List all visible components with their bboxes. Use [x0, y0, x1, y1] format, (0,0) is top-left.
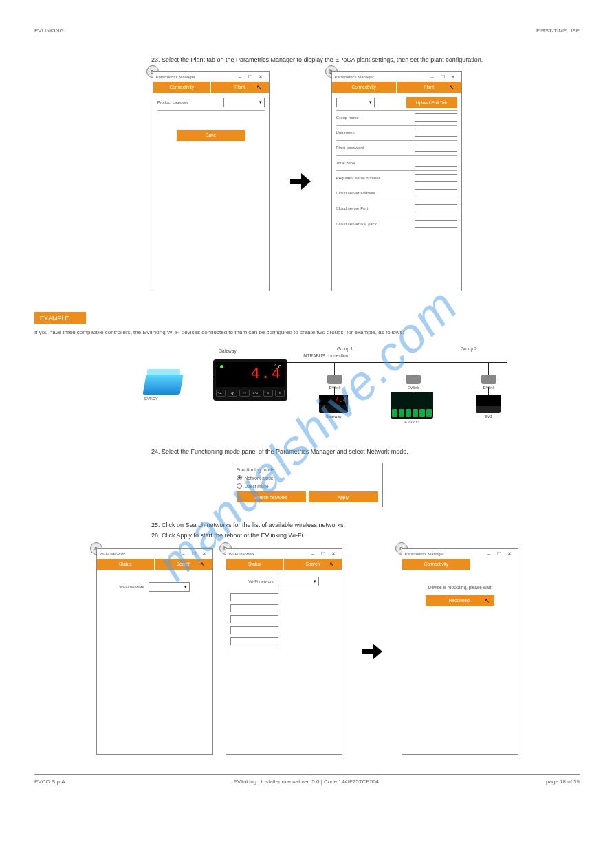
radio-network-mode[interactable]: Network mode [237, 475, 378, 480]
tab-status-b[interactable]: Status [226, 559, 285, 570]
input-f5[interactable] [415, 189, 457, 197]
gateway-label: Gateway [219, 348, 237, 353]
wifi-dropdown-a[interactable] [149, 582, 190, 592]
scan-result-3[interactable] [230, 615, 278, 623]
lbl-f0: Group name [336, 115, 359, 120]
tab-plant-b[interactable]: Plant↖ [397, 82, 461, 93]
gw-btn-0: SET [216, 390, 226, 397]
input-f2[interactable] [415, 144, 457, 152]
mode-panel-label: Functioning mode [237, 467, 378, 472]
input-f1[interactable] [415, 129, 457, 137]
power-led-icon [220, 365, 223, 368]
gw-btn-4: ∨ [263, 390, 273, 397]
wifi-window-b: Wi-Fi Network – ☐ ✕ Status Search↖ Wi-Fi… [226, 548, 342, 755]
wifi-label-b: Wi-Fi network [248, 579, 274, 583]
tab-search-a[interactable]: Search↖ [155, 559, 212, 570]
wifi-window-a: Wi-Fi Network – ☐ ✕ Status Search↖ Wi-Fi… [96, 548, 213, 755]
scan-result-5[interactable] [230, 637, 278, 645]
reboot-window: Parametrics Manager – ☐ ✕ Connectivity D… [402, 548, 518, 755]
wifi-ctrls-a[interactable]: – ☐ ✕ [182, 551, 210, 557]
tab-connectivity-c[interactable]: Connectivity [402, 559, 472, 570]
cursor-icon-s: ↖ [200, 561, 206, 568]
search-networks-button[interactable]: Search networks [237, 491, 306, 502]
window-controls-b[interactable]: – ☐ ✕ [431, 74, 459, 80]
label-product-category-a: Product category [157, 100, 188, 104]
evj-node: EVJ [476, 395, 501, 419]
input-f0[interactable] [415, 113, 457, 122]
lbl-f5: Cloud server address [336, 191, 375, 195]
lbl-f6: Cloud server Port [336, 206, 369, 210]
scan-result-2[interactable] [230, 604, 278, 612]
step26-text: 26. Click Apply to start the reboot of t… [151, 531, 536, 540]
evkey-label: EVKEY [144, 397, 186, 401]
window-controls[interactable]: – ☐ ✕ [239, 74, 266, 80]
gw-btn-1: ⏻ [228, 390, 237, 397]
reconnect-button[interactable]: Reconnect ↖ [426, 595, 494, 606]
product-category-dropdown-a[interactable] [223, 98, 265, 107]
step24-text: 24. Select the Functioning mode panel of… [151, 447, 536, 456]
reboot-ctrls[interactable]: – ☐ ✕ [487, 551, 515, 557]
apply-button[interactable]: Apply [309, 491, 378, 502]
input-f6[interactable] [415, 204, 457, 212]
lbl-f2: Plant password [336, 146, 364, 150]
wifi-ctrls-b[interactable]: – ☐ ✕ [311, 551, 339, 557]
arrow-right-icon-1 [290, 173, 311, 190]
lbl-f3: Time zone [336, 161, 355, 165]
scan-result-4[interactable] [230, 626, 278, 634]
upload-poll-button[interactable]: Upload Poll Tab [406, 97, 457, 108]
evlink-node-3: EVlink [479, 375, 499, 390]
arrow-right-icon-2 [362, 643, 382, 660]
header-left: EVLINKING [34, 27, 64, 34]
gateway-screen: 4.4 °C [216, 362, 285, 387]
tab-search-b[interactable]: Search↖ [284, 559, 342, 570]
scan-result-1[interactable] [230, 593, 278, 601]
gateway-node: 4.4 Gateway [319, 395, 348, 419]
topology-diagram: EVKEY 4.4 °C SET ⏻ ⏱ ESC ∨ ∧ Gateway INT… [144, 344, 529, 434]
evlink-node-2: EVlink [403, 375, 424, 390]
footer-center: EVlinking | Installer manual ver. 5.0 | … [234, 779, 379, 785]
wifi-dropdown-b[interactable] [278, 577, 319, 586]
ev3200-node: EV3200 [391, 392, 433, 424]
functioning-mode-panel: Functioning mode Network mode Direct mod… [232, 463, 383, 507]
wifi-title-b: Wi-Fi Network [229, 552, 255, 556]
intrabus-label: INTRABUS connection [303, 353, 348, 358]
cursor-icon: ↖ [256, 84, 262, 91]
input-f3[interactable] [415, 159, 457, 167]
footer-left: EVCO S.p.A. [34, 779, 67, 785]
gw-btn-5: ∧ [275, 390, 285, 397]
reboot-title: Parametrics Manager [405, 552, 444, 556]
param-manager-window-a: Parametrics Manager – ☐ ✕ Connectivity P… [153, 71, 270, 291]
evlink-node-1: EVlink [325, 375, 345, 390]
group1-label: Group 1 [337, 346, 353, 351]
tab-status-a[interactable]: Status [97, 559, 155, 570]
product-category-dropdown-b[interactable] [336, 98, 375, 107]
cursor-icon-rc: ↖ [485, 597, 490, 604]
evkey-icon: EVKEY [144, 369, 186, 401]
step25-text: 25. Click on Search networks for the lis… [151, 521, 536, 530]
lbl-f1: Unit name [336, 131, 355, 135]
tab-connectivity-b[interactable]: Connectivity [332, 82, 397, 93]
lbl-f4: Regulator serial number [336, 176, 380, 180]
input-f4[interactable] [415, 174, 457, 182]
step23-text: 23. Select the Plant tab on the Parametr… [151, 56, 536, 65]
gw-btn-3: ESC [252, 390, 261, 397]
wifi-label-a: Wi-Fi network [119, 585, 144, 589]
window-title-a: Parametrics Manager [156, 75, 195, 79]
gateway-unit: °C [274, 364, 283, 370]
input-f7[interactable] [415, 220, 457, 228]
cursor-icon-s2: ↖ [329, 561, 335, 568]
footer-right: page 18 of 39 [546, 779, 580, 785]
group2-label: Group 2 [461, 346, 477, 351]
save-button-a[interactable]: Save [177, 130, 245, 141]
reboot-message: Device is rebooting, please wait [406, 585, 514, 590]
param-manager-window-b: Parametrics Manager – ☐ ✕ Connectivity P… [331, 71, 462, 291]
wifi-title-a: Wi-Fi Network [100, 552, 126, 556]
radio-direct-mode[interactable]: Direct mode [237, 483, 378, 489]
rule-top [34, 38, 580, 38]
gateway-device: 4.4 °C SET ⏻ ⏱ ESC ∨ ∧ [213, 359, 287, 401]
window-title-b: Parametrics Manager [335, 75, 374, 79]
lbl-f7: Cloud server UM pack [336, 222, 377, 226]
gw-btn-2: ⏱ [239, 390, 249, 397]
tab-connectivity[interactable]: Connectivity [153, 82, 212, 93]
tab-plant-a[interactable]: Plant↖ [211, 82, 269, 93]
